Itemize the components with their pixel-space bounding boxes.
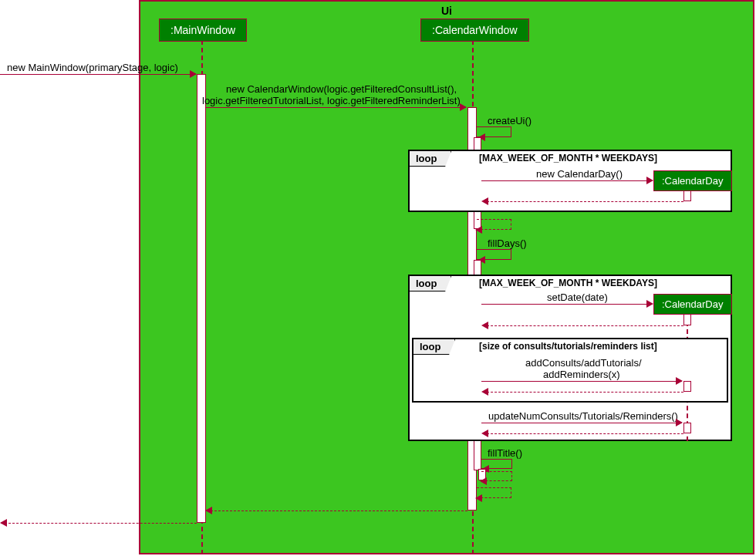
arrow-return-add-items [481, 388, 488, 396]
msg-set-date: setDate(date) [547, 291, 608, 303]
activation-main-window [197, 74, 206, 523]
arrow-add-items [676, 377, 683, 385]
msg-update-nums: updateNumConsults/Tutorials/Reminders() [488, 410, 678, 422]
arrow-set-date [646, 300, 653, 308]
arrow-new-day [646, 177, 653, 184]
arrow-return-day-1 [481, 197, 488, 205]
return-set-date [483, 325, 683, 326]
arrow-selfreturn-create-ui [475, 226, 482, 234]
return-calendar-window [207, 511, 467, 511]
arrow-selfreturn-fill-title [480, 477, 487, 485]
return-day-1 [483, 201, 683, 202]
participant-main-window: :MainWindow [159, 19, 247, 42]
msg-add-items-l2: addReminders(x) [543, 369, 620, 380]
arrow-new-main [190, 70, 197, 78]
line-add-items [481, 381, 682, 382]
loop-cond-1: [MAX_WEEK_OF_MONTH * WEEKDAYS] [479, 153, 657, 163]
line-update-nums [481, 423, 682, 423]
return-update-nums [483, 433, 683, 434]
loop-tab-3: loop [413, 339, 455, 355]
line-new-day [481, 180, 653, 181]
msg-fill-days: fillDays() [488, 238, 527, 249]
activation-day-4 [683, 423, 691, 433]
return-main-window [1, 523, 197, 524]
arrow-new-calendar [460, 103, 467, 111]
line-new-main [0, 74, 196, 75]
arrow-return-main-window [0, 519, 7, 527]
return-add-items [483, 392, 683, 393]
participant-calendar-day-2: :CalendarDay [653, 294, 732, 315]
arrow-update-nums [676, 419, 683, 426]
participant-calendar-day-1: :CalendarDay [653, 170, 732, 191]
msg-new-calendar-l2: logic.getFilteredTutorialList, logic.get… [202, 95, 461, 106]
loop-tab-2: loop [409, 275, 451, 291]
msg-new-calendar-l1: new CalendarWindow(logic.getFilteredCons… [226, 83, 457, 95]
activation-day-1 [683, 190, 691, 201]
loop-cond-2: [MAX_WEEK_OF_MONTH * WEEKDAYS] [479, 278, 657, 288]
activation-day-2 [683, 314, 691, 325]
arrow-return-calendar-window [205, 507, 212, 514]
frame-title: Ui [441, 5, 452, 17]
arrow-return-set-date [481, 322, 488, 329]
arrow-selfreturn-fill-days [475, 494, 482, 502]
activation-day-3 [683, 381, 691, 392]
arrow-return-update-nums [481, 430, 488, 437]
participant-calendar-window: :CalendarWindow [420, 19, 529, 42]
msg-create-ui: createUi() [488, 115, 532, 126]
msg-new-calendar-day: new CalendarDay() [536, 168, 623, 180]
loop-tab-1: loop [409, 150, 451, 167]
line-set-date [481, 304, 653, 305]
line-new-calendar [206, 107, 466, 108]
msg-add-items-l1: addConsults/addTutorials/ [525, 357, 642, 369]
loop-cond-3: [size of consults/tutorials/reminders li… [479, 341, 657, 352]
msg-fill-title: fillTitle() [488, 447, 522, 459]
msg-new-main-window: new MainWindow(primaryStage, logic) [7, 62, 178, 73]
